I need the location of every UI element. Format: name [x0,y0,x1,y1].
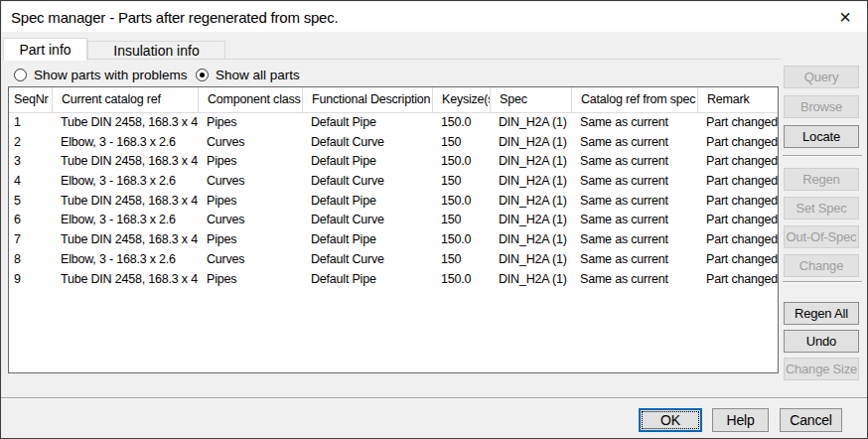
column-header[interactable]: Component class [198,87,302,112]
change-size-button: Change Size [784,358,859,380]
table-cell: 7 [9,230,52,250]
column-header[interactable]: Spec [490,87,571,112]
table-cell: Tube DIN 2458, 168.3 x 4.0 [52,270,198,290]
radio-show-parts-with-problems[interactable]: Show parts with problems [14,67,188,82]
radio-icon [14,69,27,81]
table-cell: Same as current [571,230,697,250]
column-header[interactable]: Current catalog ref [52,87,198,112]
table-cell: Same as current [571,152,697,172]
table-cell: 5 [9,192,52,212]
table-cell: DIN_H2A (1) [490,250,571,270]
table-cell: 6 [9,211,52,230]
out-of-spec-button: Out-Of-Spec [784,225,859,248]
table-cell: Part changed [697,133,778,153]
set-spec-button: Set Spec [784,197,859,220]
table-cell: Pipes [198,192,302,212]
table-cell: DIN_H2A (1) [490,270,571,290]
table-cell: Default Curve [302,211,432,230]
table-cell: DIN_H2A (1) [490,113,571,133]
table-row[interactable]: 6Elbow, 3 - 168.3 x 2.6CurvesDefault Cur… [9,211,778,230]
close-button[interactable]: × [822,2,868,32]
table-header: SeqNrCurrent catalog refComponent classF… [9,87,778,113]
column-header[interactable]: Remark [697,87,778,112]
table-cell: 2 [9,133,52,153]
table-row[interactable]: 4Elbow, 3 - 168.3 x 2.6CurvesDefault Cur… [9,172,778,192]
table-cell: Part changed [697,172,778,192]
table-cell: Same as current [571,211,697,230]
column-header[interactable]: SeqNr [9,87,52,112]
table-cell: Curves [198,172,302,192]
table-cell: 150.0 [432,270,490,290]
table-cell: DIN_H2A (1) [490,211,571,230]
table-cell: Default Pipe [302,230,432,250]
table-row[interactable]: 7Tube DIN 2458, 168.3 x 4.0PipesDefault … [9,230,778,250]
table-cell: Same as current [571,192,697,212]
table-cell: 4 [9,172,52,192]
table-cell: Elbow, 3 - 168.3 x 2.6 [52,250,198,270]
table-cell: Same as current [571,172,697,192]
ok-button[interactable]: OK [639,408,702,432]
table-cell: Pipes [198,270,302,290]
table-cell: 150 [432,133,490,153]
table-cell: Elbow, 3 - 168.3 x 2.6 [52,211,198,230]
radio-label: Show parts with problems [34,68,188,82]
column-header[interactable]: Functional Description [302,87,432,112]
table-cell: Pipes [198,113,302,133]
table-cell: Tube DIN 2458, 168.3 x 4.0 [52,152,198,172]
table-cell: Elbow, 3 - 168.3 x 2.6 [52,172,198,192]
undo-button[interactable]: Undo [784,330,859,353]
table-cell: Same as current [571,270,697,290]
table-cell: 150.0 [432,152,490,172]
table-cell: 150.0 [432,230,490,250]
regen-all-button[interactable]: Regen All [784,302,859,325]
radio-show-all-parts[interactable]: Show all parts [196,67,300,82]
table-cell: Part changed [697,192,778,212]
table-cell: Default Pipe [302,192,432,212]
table-row[interactable]: 1Tube DIN 2458, 168.3 x 4.0PipesDefault … [9,113,778,133]
table-cell: Default Curve [302,133,432,153]
spec-manager-dialog: Spec manager - Parts after regenerated f… [0,0,868,439]
table-cell: Default Curve [302,172,432,192]
column-header[interactable]: Catalog ref from spec [571,87,697,112]
dialog-title: Spec manager - Parts after regenerated f… [11,9,339,26]
regen-button: Regen [784,168,859,191]
table-row[interactable]: 2Elbow, 3 - 168.3 x 2.6CurvesDefault Cur… [9,133,778,153]
table-cell: DIN_H2A (1) [490,152,571,172]
table-cell: 1 [9,113,52,133]
tab-strip-line [3,59,781,60]
cancel-button[interactable]: Cancel [780,408,842,432]
table-cell: Elbow, 3 - 168.3 x 2.6 [52,133,198,153]
table-row[interactable]: 5Tube DIN 2458, 168.3 x 4.0PipesDefault … [9,192,778,212]
parts-table: SeqNrCurrent catalog refComponent classF… [8,86,779,373]
table-row[interactable]: 3Tube DIN 2458, 168.3 x 4.0PipesDefault … [9,152,778,172]
table-cell: Tube DIN 2458, 168.3 x 4.0 [52,192,198,212]
tab-part-info[interactable]: Part info [3,38,87,61]
radio-label: Show all parts [216,68,300,82]
titlebar[interactable]: Spec manager - Parts after regenerated f… [2,2,868,32]
column-header[interactable]: Keysize(s) [432,87,490,112]
table-cell: 150 [432,172,490,192]
table-cell: Default Curve [302,250,432,270]
table-cell: Part changed [697,230,778,250]
change-button: Change [784,254,859,277]
separator [1,397,868,399]
separator [783,281,862,283]
table-cell: 150.0 [432,113,490,133]
table-cell: Same as current [571,250,697,270]
help-button[interactable]: Help [712,408,769,432]
table-cell: Part changed [697,152,778,172]
tab-insulation-info[interactable]: Insulation info [87,41,225,60]
table-cell: Pipes [198,230,302,250]
table-cell: DIN_H2A (1) [490,172,571,192]
browse-button: Browse [784,95,859,118]
table-cell: 3 [9,152,52,172]
table-cell: DIN_H2A (1) [490,230,571,250]
locate-button[interactable]: Locate [784,125,859,148]
table-cell: 9 [9,270,52,290]
table-cell: Same as current [571,113,697,133]
table-cell: Default Pipe [302,113,432,133]
query-button: Query [784,66,859,88]
table-cell: 150 [432,211,490,230]
table-row[interactable]: 9Tube DIN 2458, 168.3 x 4.0PipesDefault … [9,270,778,290]
table-row[interactable]: 8Elbow, 3 - 168.3 x 2.6CurvesDefault Cur… [9,250,778,270]
